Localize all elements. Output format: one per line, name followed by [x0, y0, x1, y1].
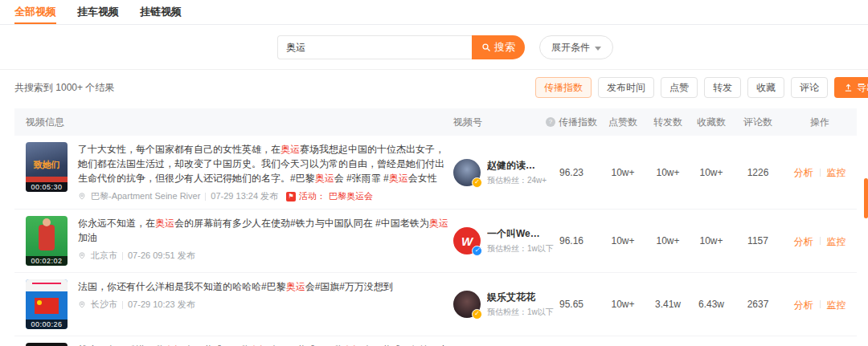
comments-value: 1226 [733, 167, 783, 178]
video-meta: 巴黎-Apartment Seine River 07-29 13:24 发布 … [78, 190, 453, 202]
video-location: 北京市 [91, 250, 117, 262]
activity-link[interactable]: 巴黎奥运会 [329, 190, 373, 202]
thumbnail-figure [39, 225, 55, 250]
expand-filters-label: 展开条件 [551, 41, 590, 55]
publish-time: 07-29 13:24 发布 [211, 190, 278, 202]
header-actions: 操作 [783, 116, 857, 129]
comments-value: 2637 [733, 299, 783, 310]
thumbnail-banner [26, 279, 68, 291]
video-description: 就这一条，看懂巴黎奥运会开幕式 #巴黎奥运会 #开幕式 #巴黎奥运会开幕式 #奥… [78, 343, 453, 346]
header-shares: 转发数 [646, 116, 690, 129]
video-results-table: 视频信息 视频号 ? 传播指数 点赞数 转发数 收藏数 评论数 操作 致她们 0… [14, 108, 857, 346]
search-input[interactable] [277, 35, 472, 59]
results-summary: 共搜索到 1000+ 个结果 [14, 81, 114, 95]
search-button-label: 搜索 [494, 40, 515, 55]
location-pin-icon [78, 192, 86, 201]
divider [820, 169, 821, 177]
shares-value: 10w+ [646, 235, 690, 246]
tab-linked-videos[interactable]: 挂链视频 [140, 0, 182, 24]
activity-label: 活动： [299, 190, 326, 202]
tab-trailer-videos[interactable]: 挂车视频 [77, 0, 119, 24]
spread-index-value: 96.23 [543, 167, 600, 178]
scrollbar-thumb[interactable] [864, 178, 868, 218]
expand-filters-button[interactable]: 展开条件 [539, 35, 613, 59]
thumbnail-title: 致她们 [26, 159, 68, 171]
account-cell: W 一个叫We的... 预估粉丝：1w以下 [453, 227, 543, 254]
account-cell: 赵健的读书日记 预估粉丝：24w+ [453, 159, 543, 186]
verified-badge-icon [472, 177, 482, 188]
actions-cell: 分析监控 [783, 234, 857, 249]
video-duration: 00:05:30 [26, 182, 68, 192]
search-row: 搜索 展开条件 [0, 25, 868, 69]
avatar[interactable] [453, 159, 481, 186]
analyze-link[interactable]: 分析 [794, 236, 813, 247]
video-location: 巴黎-Apartment Seine River [91, 190, 200, 202]
video-thumbnail[interactable]: 致她们 00:05:30 [26, 142, 68, 192]
comments-value: 1157 [733, 235, 783, 246]
info-circle-icon[interactable]: ? [546, 117, 555, 127]
favorites-value: 10w+ [690, 167, 733, 178]
sort-by-likes[interactable]: 点赞 [661, 77, 698, 98]
video-thumbnail[interactable]: 00:02:02 [26, 216, 68, 266]
video-description: 了十大女性，每个国家都有自己的女性英雄，在奥运赛场我想起中国的十位杰出女子，她们… [78, 142, 453, 185]
account-name[interactable]: 赵健的读书日记 [487, 159, 542, 173]
avatar[interactable] [453, 291, 481, 318]
publish-time: 07-26 09:51 发布 [128, 250, 195, 262]
header-likes: 点赞数 [600, 116, 646, 129]
likes-value: 10w+ [600, 167, 646, 178]
likes-value: 10w+ [600, 235, 646, 246]
table-row: 致她们 00:05:30 了十大女性，每个国家都有自己的女性英雄，在奥运赛场我想… [14, 136, 857, 210]
account-name[interactable]: 娱乐艾花花 [487, 291, 542, 304]
monitor-link[interactable]: 监控 [827, 299, 846, 311]
search-box: 搜索 [277, 35, 525, 59]
sort-group: 传播指数 发布时间 点赞 转发 收藏 评论 导出 [535, 77, 868, 98]
header-spread-index: ? 传播指数 [543, 116, 600, 129]
account-name[interactable]: 一个叫We的... [487, 227, 542, 241]
video-description: 你永远不知道，在奥运会的屏幕前有多少人在使劲#铁力与中国队同在 #中国老铁为奥运… [78, 216, 453, 245]
table-row: 00:02:02 你永远不知道，在奥运会的屏幕前有多少人在使劲#铁力与中国队同在… [14, 210, 857, 273]
activity-flag-icon [286, 192, 296, 201]
divider [205, 193, 206, 201]
shares-value: 10w+ [646, 167, 690, 178]
china-flag-icon [35, 298, 59, 314]
video-meta: 长沙市 07-29 10:23 发布 [78, 299, 393, 311]
divider [820, 300, 821, 308]
favorites-value: 6.43w [690, 299, 733, 310]
analyze-link[interactable]: 分析 [794, 167, 813, 178]
divider [122, 301, 123, 309]
sort-by-shares[interactable]: 转发 [704, 77, 741, 98]
sort-by-spread-index[interactable]: 传播指数 [535, 77, 592, 98]
video-duration: 00:00:26 [26, 320, 68, 329]
location-pin-icon [78, 251, 86, 260]
search-icon [481, 43, 491, 52]
analyze-link[interactable]: 分析 [794, 299, 813, 311]
export-button[interactable]: 导出 [834, 77, 868, 98]
monitor-link[interactable]: 监控 [827, 236, 846, 247]
actions-cell: 分析监控 [783, 297, 857, 312]
verified-badge-icon [472, 309, 482, 320]
spread-index-value: 96.16 [543, 235, 600, 246]
actions-cell: 分析监控 [783, 165, 857, 180]
activity-tag: 活动： 巴黎奥运会 [286, 190, 373, 202]
monitor-link[interactable]: 监控 [827, 167, 846, 178]
search-button[interactable]: 搜索 [472, 35, 525, 59]
thumbnail-banner [26, 177, 68, 182]
video-duration: 00:02:02 [26, 256, 68, 266]
tab-all-videos[interactable]: 全部视频 [14, 0, 56, 24]
favorites-value: 10w+ [690, 235, 733, 246]
sort-by-publish-time[interactable]: 发布时间 [598, 77, 654, 98]
video-type-tabbar: 全部视频 挂车视频 挂链视频 [0, 0, 868, 25]
sort-by-favorites[interactable]: 收藏 [747, 77, 784, 98]
publish-time: 07-29 10:23 发布 [128, 299, 195, 311]
video-thumbnail[interactable]: 00:00:26 [26, 279, 68, 329]
chevron-down-icon [595, 47, 601, 51]
video-location: 长沙市 [91, 299, 117, 311]
header-spread-index-label: 传播指数 [559, 116, 597, 129]
sort-by-comments[interactable]: 评论 [791, 77, 828, 98]
video-description: 法国，你还有什么洋相是我不知道的哈哈哈#巴黎奥运会#国旗#万万没想到 [78, 279, 393, 294]
avatar[interactable]: W [453, 227, 481, 254]
shares-value: 3.41w [646, 299, 690, 310]
likes-value: 10w+ [600, 299, 646, 310]
video-thumbnail[interactable]: 全球都在猜 00:02:33 [26, 343, 68, 346]
header-video-info: 视频信息 [14, 116, 453, 129]
